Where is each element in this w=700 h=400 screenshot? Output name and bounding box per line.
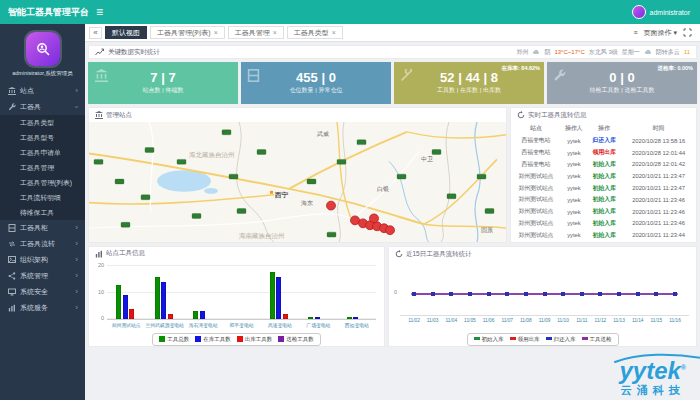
bar-category-label: 海石湾变电站: [184, 322, 222, 328]
legend-item: 出库工具数: [237, 336, 273, 343]
line-marker: [524, 292, 528, 296]
close-icon[interactable]: ×: [332, 29, 336, 36]
cell-station: 西福变电站: [511, 147, 561, 159]
transfer-icon: [7, 240, 16, 248]
refresh-icon[interactable]: [517, 111, 525, 119]
bar: [308, 317, 313, 320]
bottom-row: 站点工具信息 01020郑州测试站点兰州武威源变电站海石湾变电站和平变电站高速变…: [88, 246, 697, 347]
card-tools[interactable]: 在库率: 84.62% 52 | 44 | 8 工具数 | 在库数 | 出库数: [394, 62, 544, 104]
page-operations-dropdown[interactable]: 页面操作 ▾: [644, 28, 677, 38]
cell-operator: yytek: [561, 182, 587, 194]
user-menu[interactable]: administrator: [632, 5, 700, 19]
sidebar-subitem[interactable]: 工具流转明细: [0, 190, 85, 205]
tab-tool-type[interactable]: 工器具类型×: [287, 26, 343, 39]
refresh-icon[interactable]: [395, 250, 403, 258]
cell-time: 2020/10/21 11:23:47: [621, 170, 696, 182]
chevron-down-icon: ›: [73, 106, 81, 109]
weather-extra: 11: [684, 49, 690, 55]
cell-station: 郑州测试站点: [511, 194, 561, 206]
sidebar-item-system[interactable]: 系统管理 ›: [0, 268, 85, 284]
station-marker[interactable]: [327, 201, 336, 210]
bank-icon: [94, 68, 109, 86]
cell-station: 郑州测试站点: [511, 182, 561, 194]
line-marker: [673, 292, 677, 296]
map-city-label: 中卫: [421, 155, 433, 162]
tab-tool-manage[interactable]: 工器具管理×: [228, 26, 284, 39]
line-chart-title: 近15日工器具流转统计: [406, 250, 472, 259]
sidebar-item-transfer[interactable]: 工器具流转 ›: [0, 236, 85, 252]
cell-operator: yytek: [561, 135, 587, 147]
tab-menu-icon[interactable]: ≡: [633, 29, 637, 36]
sidebar-toggle-icon[interactable]: ≡: [96, 5, 103, 19]
sidebar-item-service[interactable]: 系统服务 ›: [0, 300, 85, 316]
legend-label: 在库工具数: [203, 336, 231, 342]
card-sites[interactable]: 7 | 7 站点数 | 终端数: [88, 62, 238, 104]
card-slots[interactable]: 455 | 0 仓位数量 | 异常仓位: [241, 62, 391, 104]
sidebar-item-tools[interactable]: 工器具 ›: [0, 99, 85, 115]
tab-default-view[interactable]: 默认视图: [105, 26, 147, 39]
sidebar-subitem[interactable]: 工器具管理(列表): [0, 175, 85, 190]
tabs-collapse-button[interactable]: «: [89, 27, 102, 39]
tab-tool-manage-list[interactable]: 工器具管理(列表)×: [150, 26, 225, 39]
card-inspection[interactable]: 送检率: 0.00% 0 | 0 待检工具数 | 送检工具数: [547, 62, 697, 104]
bar: [276, 277, 281, 319]
line-marker: [580, 292, 584, 296]
dashboard: 智能工器具管理平台 ≡ administrator administrator,…: [0, 0, 700, 400]
legend-swatch: [510, 337, 516, 340]
line-marker: [412, 292, 416, 296]
logo-company-name: 云涌科技: [619, 385, 686, 396]
user-search-icon: [35, 41, 51, 57]
sidebar-subitem[interactable]: 待维保工具: [0, 205, 85, 220]
chart-icon: [7, 304, 16, 312]
bar-category-label: 和平变电站: [222, 322, 260, 328]
sidebar-item-org[interactable]: 组织架构 ›: [0, 252, 85, 268]
ops-op: 领用出库: [587, 147, 621, 159]
sidebar-subitem[interactable]: 工器具管理: [0, 160, 85, 175]
wrench-icon: [553, 68, 566, 86]
bank-icon: [7, 87, 16, 95]
card-value: 52 | 44 | 8: [440, 71, 498, 85]
card-label: 站点数 | 终端数: [143, 86, 184, 95]
station-marker[interactable]: [386, 226, 395, 235]
legend-swatch: [159, 336, 165, 342]
close-icon[interactable]: ×: [214, 29, 218, 36]
bar: [200, 311, 205, 319]
map-canvas: 海北藏族自治州 海南藏族自治州 武威 西宁 海东 白银 中卫 固原: [89, 122, 506, 242]
sidebar-subitem[interactable]: 工器具类型: [0, 115, 85, 130]
bar: [193, 311, 198, 319]
sidebar-item-label: 工器具类型: [20, 118, 54, 128]
bar: [129, 309, 134, 320]
line-marker: [543, 292, 547, 296]
bar: [123, 295, 128, 319]
ops-op: 初始入库: [587, 206, 621, 218]
sidebar-item-security[interactable]: 系统安全 ›: [0, 284, 85, 300]
legend-swatch: [582, 337, 588, 340]
map[interactable]: 海北藏族自治州 海南藏族自治州 武威 西宁 海东 白银 中卫 固原: [89, 122, 506, 242]
sidebar-item-sites[interactable]: 站点 ›: [0, 83, 85, 99]
cell-operator: yytek: [561, 217, 587, 229]
bar-category-label: 西福变电站: [338, 322, 376, 328]
cabinet-icon: [7, 224, 16, 232]
ops-op: 归还入库: [587, 135, 621, 147]
sidebar-subitem[interactable]: 工器具型号: [0, 130, 85, 145]
cell-station: 西福变电站: [511, 159, 561, 171]
line-marker: [468, 292, 472, 296]
station-marker[interactable]: [370, 214, 379, 223]
legend-label: 初始入库: [482, 336, 504, 342]
sidebar-item-label: 组织架构: [20, 255, 48, 265]
bar-chart-plot: 01020郑州测试站点兰州武威源变电站海石湾变电站和平变电站高速变电站广场变电站…: [107, 264, 376, 320]
card-label: 待检工具数 | 送检工具数: [590, 86, 655, 95]
line-marker: [617, 292, 621, 296]
tab-label: 工器具管理(列表): [157, 28, 211, 38]
close-icon[interactable]: ×: [273, 29, 277, 36]
ops-table: 站点 操作人 操作 时间 西福变电站yytek归还入库2020/10/28 13…: [511, 122, 696, 241]
legend-item: 工具送检: [582, 336, 612, 343]
sidebar-menu: 站点 › 工器具 › 工器具类型 工器具型号 工器具申请单 工器具管理 工器具管…: [0, 83, 85, 316]
sidebar-subitem[interactable]: 工器具申请单: [0, 145, 85, 160]
fullscreen-icon[interactable]: [683, 28, 692, 37]
sidebar-item-cabinet[interactable]: 工器具柜 ›: [0, 220, 85, 236]
profile-avatar[interactable]: [26, 32, 60, 66]
sidebar: administrator,系统管理员 站点 › 工器具 › 工器具类型 工器具…: [0, 24, 85, 400]
ops-op: 初始入库: [587, 182, 621, 194]
map-region-label: 海南藏族自治州: [239, 232, 284, 240]
